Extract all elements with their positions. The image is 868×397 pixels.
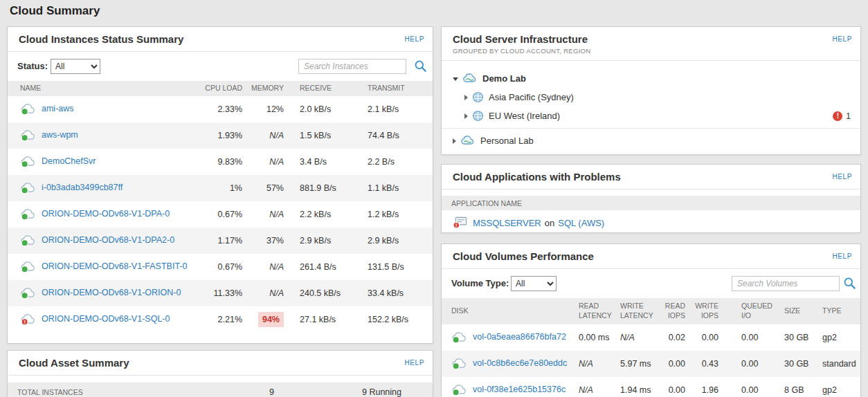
tree-item-demo-lab[interactable]: Demo Lab	[442, 69, 860, 88]
running-instances-value: 9 Running	[362, 387, 401, 397]
card-title: Cloud Asset Summary	[19, 357, 129, 369]
instance-link[interactable]: ORION-DEMO-ODv68-V1-DPA-0	[42, 209, 170, 219]
receive-value: 261.4 B/s	[289, 254, 357, 280]
instance-link[interactable]: ORION-DEMO-ODv68-V1-DPA2-0	[42, 235, 174, 245]
queued-io-value: 0.00	[718, 324, 781, 351]
cpu-load-value: 9.83%	[195, 149, 248, 175]
type-value: standard	[821, 351, 860, 377]
read-iops-value: 0.00	[659, 377, 685, 397]
table-header-row: NAME CPU LOAD MEMORY RECEIVE TRANSMIT	[8, 81, 433, 96]
application-link[interactable]: MSSQLSERVER	[473, 218, 541, 228]
instances-table: NAME CPU LOAD MEMORY RECEIVE TRANSMIT am…	[8, 81, 433, 333]
table-row: i-0b3adab3499cb87ff 1% 57% 881.9 B/s 1.1…	[8, 175, 433, 201]
size-value: 8 GB	[781, 377, 821, 397]
column-header-name[interactable]: NAME	[8, 81, 195, 96]
column-header-read-latency[interactable]: READ LATENCY	[569, 298, 611, 324]
region-globe-icon	[472, 110, 484, 122]
status-filter-select[interactable]: All	[51, 59, 100, 74]
receive-value: 2.2 kB/s	[289, 201, 357, 228]
cloud-status-up-icon	[20, 207, 37, 221]
collapse-arrow-icon[interactable]	[453, 77, 458, 81]
queued-io-value: 0.00	[718, 351, 781, 377]
cloud-applications-with-problems-card: Cloud Applications with Problems HELP AP…	[441, 164, 861, 233]
search-button[interactable]	[413, 59, 427, 73]
application-name-header: APPLICATION NAME	[442, 196, 860, 210]
instance-link[interactable]: ORION-DEMO-ODv68-V1-FASTBIT-0	[42, 261, 187, 271]
cloud-status-up-icon	[20, 234, 37, 248]
instance-link[interactable]: ORION-DEMO-ODv68-V1-SQL-0	[42, 314, 170, 324]
receive-value: 3.4 B/s	[289, 149, 357, 175]
application-problem-icon	[453, 216, 467, 229]
instance-link[interactable]: DemoChefSvr	[42, 156, 96, 166]
column-header-write-iops[interactable]: WRITE IOPS	[685, 298, 718, 324]
table-row: aws-wpm 1.93% N/A 1.5 kB/s 74.4 B/s	[8, 122, 433, 149]
transmit-value: 2.9 kB/s	[357, 228, 433, 254]
help-link[interactable]: HELP	[404, 35, 424, 43]
volume-type-select[interactable]: All	[511, 276, 557, 291]
instance-link[interactable]: aws-wpm	[42, 130, 78, 140]
receive-value: 2.0 kB/s	[289, 96, 357, 122]
cloud-status-up-icon	[20, 260, 37, 274]
search-volumes-input[interactable]	[732, 276, 840, 291]
column-header-disk[interactable]: DISK	[442, 298, 569, 324]
tree-item-label: Asia Pacific (Sydney)	[489, 92, 574, 102]
cloud-volumes-performance-card: Cloud Volumes Performance HELP Volume Ty…	[441, 243, 861, 397]
card-title: Cloud Instances Status Summary	[19, 33, 183, 45]
receive-value: 240.5 kB/s	[289, 280, 357, 306]
instance-link[interactable]: i-0b3adab3499cb87ff	[42, 183, 123, 192]
cpu-load-value: 1.93%	[195, 122, 248, 149]
cpu-load-value: 1.17%	[195, 228, 248, 254]
read-latency-value: 0.00 ms	[569, 324, 611, 351]
cloud-status-up-icon	[451, 331, 468, 344]
page-title: Cloud Summary	[10, 4, 100, 18]
tree-item-asia-pacific-sydney[interactable]: Asia Pacific (Sydney)	[442, 88, 860, 107]
tree-item-eu-west-ireland[interactable]: EU West (Ireland) 1	[442, 107, 860, 125]
cpu-load-value: 0.67%	[195, 201, 248, 228]
write-latency-value: 1.94 ms	[611, 377, 659, 397]
transmit-value: 1.1 kB/s	[357, 175, 433, 201]
tree-item-personal-lab[interactable]: Personal Lab	[442, 131, 860, 150]
connector-text: on	[545, 218, 554, 228]
receive-value: 2.9 kB/s	[289, 228, 357, 254]
expand-arrow-icon[interactable]	[453, 138, 456, 144]
search-instances-input[interactable]	[298, 59, 406, 74]
application-row: MSSQLSERVER on SQL (AWS)	[442, 210, 860, 233]
size-value: 30 GB	[781, 351, 821, 377]
help-link[interactable]: HELP	[832, 252, 852, 260]
cloud-status-critical-icon	[20, 313, 37, 326]
column-header-queued-io[interactable]: QUEUED I/O	[718, 298, 781, 324]
search-button[interactable]	[842, 277, 856, 290]
cloud-instances-status-summary-card: Cloud Instances Status Summary HELP Stat…	[7, 26, 433, 344]
status-filter-label: Status:	[17, 61, 48, 71]
column-header-cpu-load[interactable]: CPU LOAD	[195, 81, 248, 96]
help-link[interactable]: HELP	[404, 359, 424, 367]
volume-link[interactable]: vol-0f38e1e625b15376c	[473, 385, 566, 394]
alert-indicator: 1	[833, 111, 851, 121]
help-link[interactable]: HELP	[832, 35, 852, 43]
table-row: vol-0c8b6ec6e7e80eddc N/A 5.97 ms 0.00 0…	[442, 351, 860, 377]
column-header-read-iops[interactable]: READ IOPS	[659, 298, 685, 324]
alert-count: 1	[846, 111, 851, 121]
server-link[interactable]: SQL (AWS)	[558, 218, 604, 228]
instance-link[interactable]: ORION-DEMO-ODv68-V1-ORION-0	[42, 288, 181, 297]
volume-link[interactable]: vol-0a5eaea86676bfa72	[473, 332, 566, 342]
memory-value: N/A	[269, 157, 284, 167]
column-header-write-latency[interactable]: WRITE LATENCY	[611, 298, 659, 324]
column-header-receive[interactable]: RECEIVE	[289, 81, 357, 96]
column-header-transmit[interactable]: TRANSMIT	[357, 81, 433, 96]
search-icon	[843, 277, 856, 290]
volume-link[interactable]: vol-0c8b6ec6e7e80eddc	[473, 358, 567, 368]
instance-link[interactable]: ami-aws	[42, 104, 74, 113]
expand-arrow-icon[interactable]	[464, 113, 468, 119]
transmit-value: 1.2 kB/s	[357, 201, 433, 228]
column-header-memory[interactable]: MEMORY	[248, 81, 289, 96]
help-link[interactable]: HELP	[832, 173, 852, 181]
receive-value: 881.9 B/s	[289, 175, 357, 201]
volumes-table: DISK READ LATENCY WRITE LATENCY READ IOP…	[442, 298, 860, 397]
table-row: ami-aws 2.33% 12% 2.0 kB/s 2.1 kB/s	[8, 96, 433, 122]
column-header-size[interactable]: SIZE	[781, 298, 821, 324]
cloud-account-icon	[462, 73, 478, 84]
memory-value: 12%	[248, 96, 289, 122]
column-header-type[interactable]: TYPE	[821, 298, 860, 324]
expand-arrow-icon[interactable]	[464, 95, 468, 100]
